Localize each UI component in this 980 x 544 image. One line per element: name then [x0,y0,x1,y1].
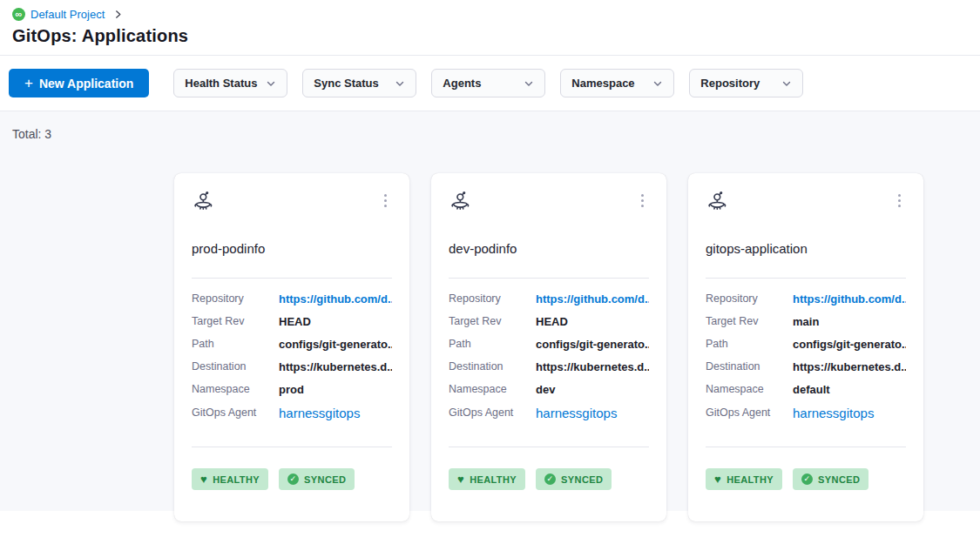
health-status-badge: ♥ HEALTHY [706,468,782,490]
field-destination: Destination https://kubernetes.d... [449,355,649,378]
filter-health-status[interactable]: Health Status [173,69,287,97]
field-label: Repository [449,292,536,305]
field-label: Path [192,338,279,350]
plus-icon: + [24,76,33,91]
gitops-agent-link[interactable]: harnessgitops [793,406,906,420]
field-label: GitOps Agent [706,406,793,419]
argo-application-icon [706,191,728,213]
field-value: HEAD [536,315,649,328]
field-value: prod [279,383,392,396]
content-area: Total: 3 prod-podinfo [0,111,980,511]
heart-icon: ♥ [200,473,207,485]
gitops-agent-link[interactable]: harnessgitops [536,406,649,420]
field-value: configs/git-generato... [793,338,906,351]
filter-label: Sync Status [314,77,378,90]
sync-status-badge: ✓ SYNCED [536,468,612,490]
filter-namespace[interactable]: Namespace [560,69,674,97]
divider [449,447,649,447]
field-value: HEAD [279,315,392,328]
filter-repository[interactable]: Repository [689,69,803,97]
field-namespace: Namespace dev [449,378,649,400]
field-label: Destination [192,360,279,373]
repository-link[interactable]: https://github.com/d... [536,292,649,306]
field-label: GitOps Agent [449,406,536,419]
field-label: Namespace [192,383,279,395]
argo-application-icon [449,191,471,213]
heart-icon: ♥ [714,473,721,485]
badge-label: SYNCED [304,474,346,485]
field-namespace: Namespace default [706,378,906,400]
check-circle-icon: ✓ [801,473,813,485]
field-target-rev: Target Rev HEAD [192,310,392,332]
field-label: Target Rev [449,315,536,327]
field-label: Namespace [449,383,536,395]
field-label: Destination [706,360,793,373]
field-value: configs/git-generato... [279,338,392,351]
application-name: prod-podinfo [192,241,392,256]
divider [192,278,392,279]
field-label: Repository [706,292,793,305]
badge-label: SYNCED [561,474,603,485]
badge-label: HEALTHY [727,474,774,485]
card-menu-button[interactable] [379,191,392,211]
gitops-agent-link[interactable]: harnessgitops [279,406,392,420]
badge-label: HEALTHY [213,474,260,485]
field-repository: Repository https://github.com/d... [449,287,649,310]
health-status-badge: ♥ HEALTHY [192,468,268,490]
more-vertical-icon [641,194,644,207]
field-path: Path configs/git-generato... [192,332,392,355]
field-namespace: Namespace prod [192,378,392,400]
argo-application-icon [192,191,214,213]
application-name: gitops-application [706,241,906,256]
page-header: ∞ Default Project GitOps: Applications [0,0,980,56]
field-target-rev: Target Rev main [706,310,906,332]
breadcrumb-project-link[interactable]: Default Project [30,8,105,21]
field-label: GitOps Agent [192,406,279,419]
divider [192,447,392,447]
field-label: Destination [449,360,536,373]
card-menu-button[interactable] [893,191,906,211]
chevron-right-icon [113,10,123,19]
new-application-button[interactable]: + New Application [9,69,149,97]
new-application-label: New Application [39,77,133,91]
field-destination: Destination https://kubernetes.d... [706,355,906,378]
field-value: https://kubernetes.d... [279,360,392,373]
application-cards: prod-podinfo Repository https://github.c… [174,173,968,521]
filter-bar: Health Status Sync Status Agents Namespa… [173,69,803,97]
chevron-down-icon [395,78,405,89]
field-value: https://kubernetes.d... [793,360,906,373]
application-name: dev-podinfo [449,241,649,256]
divider [706,278,906,279]
field-target-rev: Target Rev HEAD [449,310,649,332]
field-label: Path [706,338,793,350]
field-value: configs/git-generato... [536,338,649,351]
filter-label: Repository [700,77,760,90]
filter-label: Health Status [185,77,257,90]
field-gitops-agent: GitOps Agent harnessgitops [449,400,649,425]
field-label: Target Rev [192,315,279,327]
sync-status-badge: ✓ SYNCED [279,468,355,490]
repository-link[interactable]: https://github.com/d... [793,292,906,306]
health-status-badge: ♥ HEALTHY [449,468,525,490]
project-icon: ∞ [12,8,25,21]
toolbar: + New Application Health Status Sync Sta… [0,56,980,111]
chevron-down-icon [266,78,276,89]
check-circle-icon: ✓ [544,473,556,485]
field-path: Path configs/git-generato... [706,332,906,355]
card-menu-button[interactable] [636,191,649,211]
field-value: main [793,315,906,328]
field-value: default [793,383,906,396]
more-vertical-icon [384,194,387,207]
filter-agents[interactable]: Agents [431,69,545,97]
field-repository: Repository https://github.com/d... [706,287,906,310]
divider [706,447,906,447]
filter-sync-status[interactable]: Sync Status [302,69,416,97]
badge-label: HEALTHY [470,474,517,485]
chevron-down-icon [781,78,792,89]
application-card-dev-podinfo[interactable]: dev-podinfo Repository https://github.co… [431,173,666,521]
application-card-prod-podinfo[interactable]: prod-podinfo Repository https://github.c… [174,173,409,521]
repository-link[interactable]: https://github.com/d... [279,292,392,306]
field-gitops-agent: GitOps Agent harnessgitops [706,400,906,425]
application-card-gitops-application[interactable]: gitops-application Repository https://gi… [688,173,923,521]
field-label: Namespace [706,383,793,395]
